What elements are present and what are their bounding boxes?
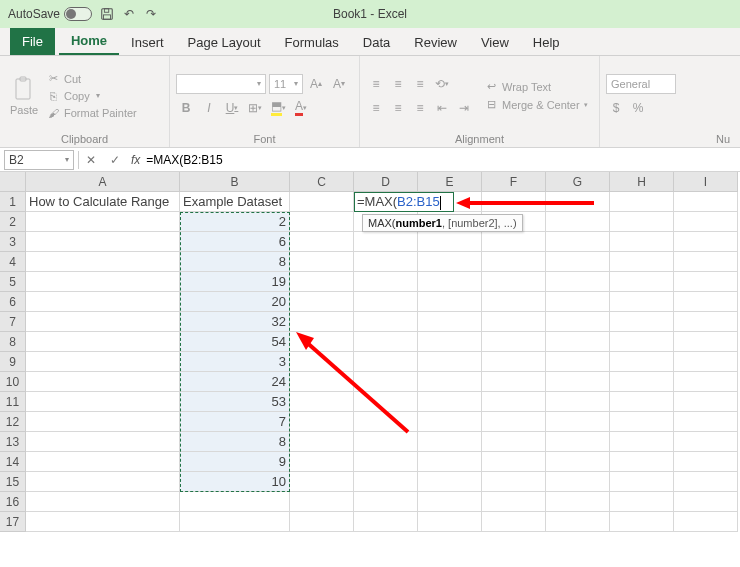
cell-d17[interactable] bbox=[354, 512, 418, 532]
cell-c10[interactable] bbox=[290, 372, 354, 392]
cell-h12[interactable] bbox=[610, 412, 674, 432]
cell-d15[interactable] bbox=[354, 472, 418, 492]
row-header[interactable]: 3 bbox=[0, 232, 26, 252]
tab-help[interactable]: Help bbox=[521, 29, 572, 55]
cell-f8[interactable] bbox=[482, 332, 546, 352]
cell-b1[interactable]: Example Dataset bbox=[180, 192, 290, 212]
undo-icon[interactable]: ↶ bbox=[122, 7, 136, 21]
cell-a10[interactable] bbox=[26, 372, 180, 392]
cell-i13[interactable] bbox=[674, 432, 738, 452]
cell-c6[interactable] bbox=[290, 292, 354, 312]
cell-i4[interactable] bbox=[674, 252, 738, 272]
row-header[interactable]: 13 bbox=[0, 432, 26, 452]
row-header[interactable]: 14 bbox=[0, 452, 26, 472]
cell-f7[interactable] bbox=[482, 312, 546, 332]
fx-icon[interactable]: fx bbox=[127, 153, 144, 167]
cell-g1[interactable] bbox=[546, 192, 610, 212]
cell-a4[interactable] bbox=[26, 252, 180, 272]
cell-i2[interactable] bbox=[674, 212, 738, 232]
row-headers[interactable]: 1234567891011121314151617 bbox=[0, 192, 26, 532]
cell-g16[interactable] bbox=[546, 492, 610, 512]
save-icon[interactable] bbox=[100, 7, 114, 21]
cell-h15[interactable] bbox=[610, 472, 674, 492]
row-header[interactable]: 2 bbox=[0, 212, 26, 232]
cell-e13[interactable] bbox=[418, 432, 482, 452]
cell-i9[interactable] bbox=[674, 352, 738, 372]
italic-button[interactable]: I bbox=[199, 98, 219, 118]
cell-f5[interactable] bbox=[482, 272, 546, 292]
cell-f16[interactable] bbox=[482, 492, 546, 512]
cell-b8[interactable]: 54 bbox=[180, 332, 290, 352]
cell-b11[interactable]: 53 bbox=[180, 392, 290, 412]
cell-i6[interactable] bbox=[674, 292, 738, 312]
cell-f12[interactable] bbox=[482, 412, 546, 432]
cell-f10[interactable] bbox=[482, 372, 546, 392]
cell-h14[interactable] bbox=[610, 452, 674, 472]
redo-icon[interactable]: ↷ bbox=[144, 7, 158, 21]
cell-b10[interactable]: 24 bbox=[180, 372, 290, 392]
cell-h11[interactable] bbox=[610, 392, 674, 412]
cell-i5[interactable] bbox=[674, 272, 738, 292]
align-middle-button[interactable]: ≡ bbox=[388, 74, 408, 94]
cell-d3[interactable] bbox=[354, 232, 418, 252]
copy-button[interactable]: ⎘Copy▾ bbox=[46, 89, 137, 103]
cell-f9[interactable] bbox=[482, 352, 546, 372]
select-all-corner[interactable] bbox=[0, 172, 26, 192]
cell-g15[interactable] bbox=[546, 472, 610, 492]
cell-g13[interactable] bbox=[546, 432, 610, 452]
cell-i3[interactable] bbox=[674, 232, 738, 252]
borders-button[interactable]: ⊞▾ bbox=[245, 98, 265, 118]
align-left-button[interactable]: ≡ bbox=[366, 98, 386, 118]
cell-e8[interactable] bbox=[418, 332, 482, 352]
wrap-text-button[interactable]: ↩Wrap Text bbox=[484, 80, 588, 94]
decrease-font-button[interactable]: A▾ bbox=[329, 74, 349, 94]
cell-a9[interactable] bbox=[26, 352, 180, 372]
cell-h3[interactable] bbox=[610, 232, 674, 252]
cell-f14[interactable] bbox=[482, 452, 546, 472]
autosave-toggle[interactable]: AutoSave bbox=[8, 7, 92, 21]
cell-c7[interactable] bbox=[290, 312, 354, 332]
cell-i1[interactable] bbox=[674, 192, 738, 212]
align-bottom-button[interactable]: ≡ bbox=[410, 74, 430, 94]
row-header[interactable]: 12 bbox=[0, 412, 26, 432]
cell-h13[interactable] bbox=[610, 432, 674, 452]
align-right-button[interactable]: ≡ bbox=[410, 98, 430, 118]
tab-review[interactable]: Review bbox=[402, 29, 469, 55]
cell-c2[interactable] bbox=[290, 212, 354, 232]
cell-g9[interactable] bbox=[546, 352, 610, 372]
cell-d11[interactable] bbox=[354, 392, 418, 412]
cell-f11[interactable] bbox=[482, 392, 546, 412]
cell-i16[interactable] bbox=[674, 492, 738, 512]
cell-e12[interactable] bbox=[418, 412, 482, 432]
cell-c13[interactable] bbox=[290, 432, 354, 452]
paste-button[interactable]: Paste bbox=[6, 60, 42, 131]
underline-button[interactable]: U▾ bbox=[222, 98, 242, 118]
row-header[interactable]: 16 bbox=[0, 492, 26, 512]
fill-color-button[interactable]: ⬒▾ bbox=[268, 98, 288, 118]
col-header-f[interactable]: F bbox=[482, 172, 546, 192]
cell-g11[interactable] bbox=[546, 392, 610, 412]
cell-e11[interactable] bbox=[418, 392, 482, 412]
cell-a16[interactable] bbox=[26, 492, 180, 512]
cell-g7[interactable] bbox=[546, 312, 610, 332]
increase-font-button[interactable]: A▴ bbox=[306, 74, 326, 94]
cell-f6[interactable] bbox=[482, 292, 546, 312]
cell-g5[interactable] bbox=[546, 272, 610, 292]
cell-d13[interactable] bbox=[354, 432, 418, 452]
font-color-button[interactable]: A▾ bbox=[291, 98, 311, 118]
cell-c4[interactable] bbox=[290, 252, 354, 272]
cell-c15[interactable] bbox=[290, 472, 354, 492]
cell-a14[interactable] bbox=[26, 452, 180, 472]
cell-e10[interactable] bbox=[418, 372, 482, 392]
cell-d16[interactable] bbox=[354, 492, 418, 512]
cell-e9[interactable] bbox=[418, 352, 482, 372]
row-header[interactable]: 9 bbox=[0, 352, 26, 372]
tab-data[interactable]: Data bbox=[351, 29, 402, 55]
cells-area[interactable]: How to Calculate RangeExample Dataset268… bbox=[26, 192, 738, 532]
cell-h8[interactable] bbox=[610, 332, 674, 352]
cell-h1[interactable] bbox=[610, 192, 674, 212]
row-header[interactable]: 1 bbox=[0, 192, 26, 212]
cell-e15[interactable] bbox=[418, 472, 482, 492]
cell-e7[interactable] bbox=[418, 312, 482, 332]
cell-a3[interactable] bbox=[26, 232, 180, 252]
